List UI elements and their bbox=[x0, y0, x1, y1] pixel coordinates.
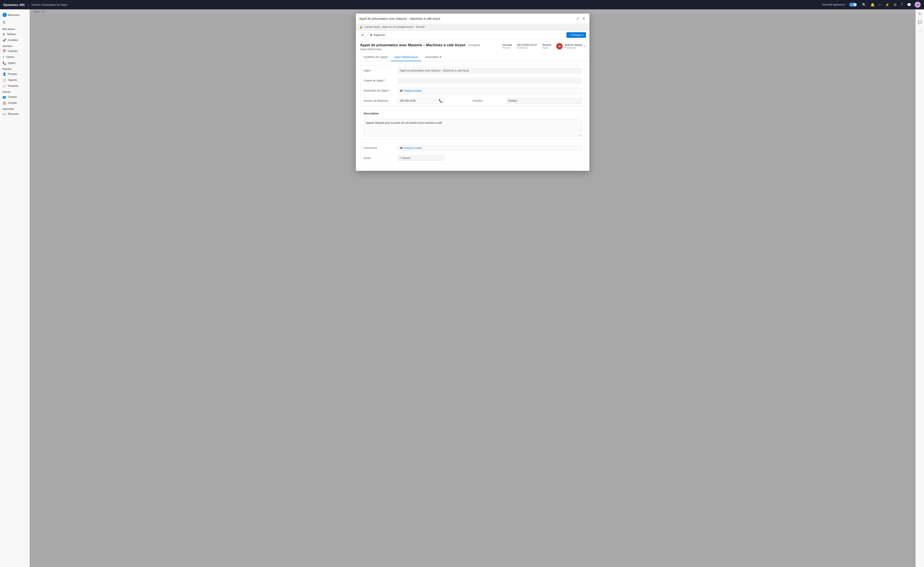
ressourn-icon: 📖 bbox=[3, 112, 6, 116]
top-nav-actions: Nouvelle apparence 🔍 🔔 + ⚡ ⚙ ? 💬 JS bbox=[822, 2, 921, 8]
right-panel-icon-1[interactable]: ↻ bbox=[918, 11, 922, 17]
modal-close-button[interactable]: ✕ bbox=[581, 16, 586, 21]
tab-association-content: Association ▾ bbox=[425, 56, 441, 58]
sidebar-item-calendrier[interactable]: 📅 Calendri bbox=[0, 48, 30, 54]
destination-input-wrapper: ☎ Marjorie Authier bbox=[398, 88, 581, 94]
alert-icon[interactable]: 🔔 bbox=[870, 2, 876, 8]
sidebar-item-ressourn[interactable]: 📖 Ressourn bbox=[0, 111, 30, 117]
sidebar-section-clients: Clients bbox=[0, 89, 30, 94]
sidebar-item-tableau-label: Tableau bbox=[7, 33, 16, 36]
sidebar-item-prospec[interactable]: 👤 Prospec bbox=[0, 71, 30, 77]
sidebar-item-opportu[interactable]: 📋 Opportu bbox=[0, 77, 30, 83]
right-panel: ↻ 💬 ⋯ bbox=[915, 9, 924, 567]
duree-label: Durée bbox=[364, 155, 398, 160]
modal-title: Appel de présentation avec Marjorie – Ma… bbox=[359, 17, 440, 20]
modal-titlebar-actions: ⤢ ✕ bbox=[575, 16, 586, 21]
user-avatar[interactable]: JS bbox=[915, 2, 921, 8]
destination-link[interactable]: Marjorie Authier bbox=[404, 89, 422, 92]
tab-appel[interactable]: Appel téléphonique bbox=[391, 53, 421, 61]
owner-role: Propriétaire bbox=[564, 46, 582, 49]
record-title: Appel de présentation avec Marjorie – Ma… bbox=[360, 43, 502, 47]
appels-icon: 📞 bbox=[3, 62, 6, 65]
taches-icon: ≡ bbox=[3, 56, 4, 59]
brand-name: Dynamics 365 bbox=[3, 3, 25, 7]
share-button[interactable]: ↗ Partager ▾ bbox=[566, 32, 586, 38]
origine-input[interactable] bbox=[398, 78, 581, 83]
objet-label: Objet * bbox=[364, 68, 398, 72]
direction-input[interactable] bbox=[506, 98, 581, 104]
duree-input[interactable] bbox=[398, 155, 445, 161]
description-textarea[interactable]: Appeler Marjorie pour lui parler de son … bbox=[364, 120, 581, 136]
nouvelle-apparence-label: Nouvelle apparence bbox=[822, 3, 845, 6]
right-panel-icon-2[interactable]: 💬 bbox=[917, 19, 923, 25]
sidebar-item-tableau[interactable]: ⊞ Tableau bbox=[0, 31, 30, 37]
modal-overlay: Appel de présentation avec Marjorie – Ma… bbox=[30, 9, 915, 567]
origine-required-star: * bbox=[384, 79, 385, 82]
sidebar-item-compte[interactable]: 🏢 Compte bbox=[0, 100, 30, 106]
echeance-label: Échéance bbox=[517, 46, 527, 49]
record-subtitle: Appel téléphonique bbox=[360, 48, 502, 51]
sidebar-section-activites: Activités bbox=[0, 43, 30, 48]
chat-icon[interactable]: 💬 bbox=[906, 2, 912, 8]
delete-icon: 🗑 bbox=[370, 33, 373, 36]
form-row-description: Appeler Marjorie pour lui parler de son … bbox=[360, 117, 585, 139]
direction-label: Direction bbox=[473, 98, 506, 102]
form-row-origine: Origine de l'appel * bbox=[360, 76, 585, 86]
sidebar-item-taches[interactable]: ≡ Tâches bbox=[0, 54, 30, 60]
opportu-icon: 📋 bbox=[3, 78, 6, 82]
sidebar-item-accelera[interactable]: 🚀 Accéléra bbox=[0, 37, 30, 43]
objet-required-star: * bbox=[371, 69, 372, 72]
settings-icon[interactable]: ⚙ bbox=[893, 2, 897, 8]
telephone-field: 📞 bbox=[398, 98, 473, 104]
concernant-section: Concernant ☎ Marjorie Authier bbox=[360, 143, 585, 163]
concernant-input-wrapper: ☎ Marjorie Authier bbox=[398, 145, 581, 151]
sidebar-item-contact[interactable]: 👥 Contact bbox=[0, 94, 30, 100]
modal-toolbar: ⬅ 🗑 Supprimer ↗ Partager ▾ bbox=[356, 30, 589, 40]
record-status-suffix: - Enregistré bbox=[467, 44, 480, 46]
main-form-section: Objet * Origine de l'appel * bbox=[360, 66, 585, 106]
telephone-label: Numéro de téléphone bbox=[364, 98, 398, 102]
app-name: Version d'évaluation de Sales bbox=[31, 3, 822, 6]
objet-field bbox=[398, 68, 581, 74]
sidebar-logo: B bbox=[3, 13, 7, 17]
delete-button[interactable]: 🗑 Supprimer bbox=[368, 32, 388, 38]
tab-association[interactable]: Association ▾ bbox=[421, 53, 445, 61]
main-layout: B Bienvenu ☰ Mes tâches ⊞ Tableau 🚀 Accé… bbox=[0, 9, 924, 567]
tab-synthese[interactable]: Synthèse de l'appel bbox=[360, 53, 391, 61]
sidebar-section-apprendre: Apprendre bbox=[0, 106, 30, 111]
statut-value: Terminé bbox=[542, 44, 551, 46]
nav-divider: | bbox=[28, 3, 29, 6]
record-title-text: Appel de présentation avec Marjorie – Ma… bbox=[360, 43, 465, 47]
top-nav-bar: Dynamics 365 | Version d'évaluation de S… bbox=[0, 0, 924, 9]
sidebar-item-prevision[interactable]: 📈 Prévision bbox=[0, 83, 30, 89]
owner-dropdown-icon[interactable]: ▾ bbox=[584, 45, 585, 48]
concernant-link[interactable]: Marjorie Authier bbox=[404, 147, 422, 150]
search-icon[interactable]: 🔍 bbox=[861, 2, 867, 8]
telephone-input[interactable] bbox=[398, 98, 437, 104]
concernant-label: Concernant bbox=[364, 145, 398, 149]
modal-maximize-button[interactable]: ⤢ bbox=[575, 16, 580, 21]
nouvelle-apparence-toggle[interactable] bbox=[849, 3, 857, 7]
sidebar-hamburger[interactable]: ☰ bbox=[0, 19, 30, 26]
sidebar-item-ressourn-label: Ressourn bbox=[8, 112, 19, 116]
share-icon: ↗ bbox=[569, 33, 571, 36]
sidebar-item-compte-label: Compte bbox=[8, 101, 17, 104]
content-area: Appel de présentation avec Marjorie – Ma… bbox=[30, 9, 915, 567]
help-icon[interactable]: ? bbox=[900, 2, 904, 8]
origine-label: Origine de l'appel * bbox=[364, 78, 398, 82]
back-button[interactable]: ⬅ bbox=[359, 32, 366, 38]
form-row-destination: Destination de l'appel * ☎ Marjorie Auth… bbox=[360, 86, 585, 96]
meta-priority: Normale Priorité bbox=[502, 44, 512, 49]
record-meta: Normale Priorité 06/12/2023 03:37 Échéan… bbox=[502, 43, 585, 50]
add-icon[interactable]: + bbox=[878, 2, 882, 8]
sidebar-item-appels[interactable]: 📞 Appels bbox=[0, 60, 30, 66]
sidebar-item-taches-label: Tâches bbox=[6, 56, 14, 58]
owner-avatar: JS bbox=[556, 43, 563, 50]
sidebar-item-prospec-label: Prospec bbox=[8, 73, 17, 75]
filter-icon[interactable]: ⚡ bbox=[884, 2, 890, 8]
owner-name: Jérémie Sebaut bbox=[564, 44, 582, 46]
owner-section: JS Jérémie Sebaut Propriétaire ▾ bbox=[556, 43, 585, 50]
phone-call-icon[interactable]: 📞 bbox=[437, 99, 444, 102]
objet-input[interactable] bbox=[398, 68, 581, 74]
right-panel-icon-3[interactable]: ⋯ bbox=[917, 28, 922, 33]
